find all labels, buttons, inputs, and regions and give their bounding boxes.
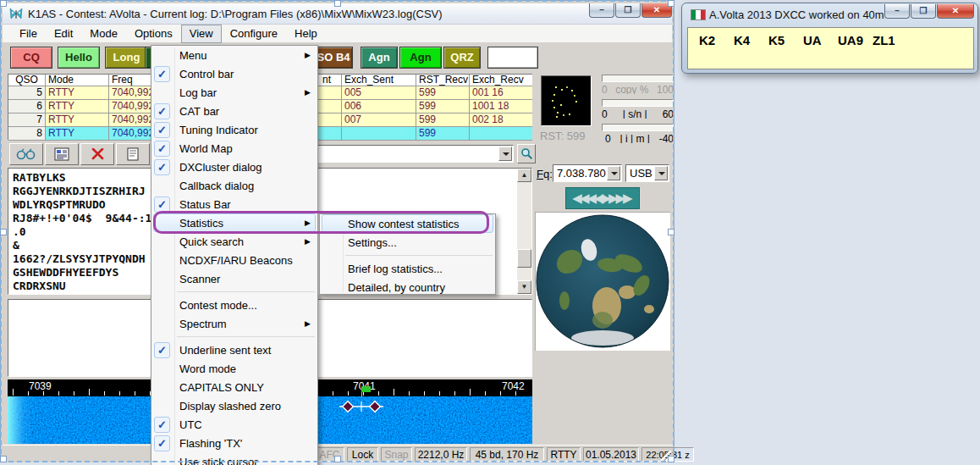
view-menu-item[interactable]: ✓ UTC ▶ bbox=[151, 415, 317, 434]
menu-bar-item[interactable]: File bbox=[11, 25, 46, 43]
scrollbar-thumb[interactable] bbox=[517, 249, 531, 268]
checkmark-icon: ✓ bbox=[154, 141, 170, 157]
view-menu-item[interactable]: ✓ CAT bar ▶ bbox=[151, 102, 317, 120]
freq-label: 7039 bbox=[29, 380, 52, 392]
combo-dropdown-button[interactable] bbox=[498, 147, 512, 161]
log-view-button[interactable] bbox=[45, 143, 79, 165]
highlight-annotation bbox=[153, 211, 489, 234]
view-menu-item[interactable]: ✓ Tuning Indicator ▶ bbox=[151, 120, 317, 139]
view-menu-item[interactable]: ✓ Callback dialog ▶ bbox=[151, 176, 317, 195]
submenu-item[interactable]: ✓ Detailed, by country ▶ bbox=[320, 278, 495, 296]
dxcc-entries-panel: K2K4K5UAUA9ZL1 bbox=[687, 27, 974, 69]
macro-button[interactable] bbox=[487, 47, 538, 69]
status-cell[interactable]: Lock bbox=[347, 447, 378, 462]
rx-scrollbar[interactable]: ▲ ▼ bbox=[517, 169, 531, 294]
dxcc-entry: UA9 bbox=[838, 33, 873, 69]
macro-button[interactable]: Long Nr bbox=[105, 47, 148, 69]
view-menu-item[interactable]: ✓ Control bar ▶ bbox=[151, 64, 317, 83]
view-menu-item[interactable]: ✓ NCDXF/IARU Beacons ▶ bbox=[151, 251, 317, 269]
frequency-combobox[interactable]: 7.038.780 bbox=[553, 164, 622, 182]
close-button[interactable]: ✕ bbox=[937, 4, 974, 19]
macro-button[interactable]: Agn CALL bbox=[399, 47, 442, 69]
submenu-item[interactable]: ✓ Brief log statistics... ▶ bbox=[320, 259, 495, 278]
menu-bar-item[interactable]: Configure bbox=[222, 25, 286, 43]
view-menu-item[interactable]: ✓ Flashing 'TX' ▶ bbox=[151, 434, 317, 452]
status-cell[interactable]: RTTY bbox=[547, 447, 581, 462]
sideband-combobox[interactable]: USB bbox=[625, 164, 669, 182]
view-menu-item[interactable]: ✓ Menu ▶ bbox=[151, 46, 317, 64]
view-menu-item[interactable]: ✓ Log bar ▶ bbox=[151, 83, 317, 102]
status-cell[interactable]: Snap bbox=[381, 447, 412, 462]
close-button[interactable]: ✕ bbox=[641, 3, 672, 18]
window-title: K1AS - Contest: AVolta - Current log: D:… bbox=[28, 3, 443, 25]
checkmark-icon: ✓ bbox=[154, 197, 170, 213]
frequency-step-arrows[interactable]: ◀◀◀◀▶▶▶▶ bbox=[565, 187, 640, 209]
checkmark-icon: ✓ bbox=[154, 342, 170, 358]
view-menu-item[interactable]: ✓ Use stick cursor ▶ bbox=[151, 452, 317, 465]
status-cell[interactable]: 45 bd, 170 Hz bbox=[470, 447, 544, 462]
status-cell[interactable]: AFC bbox=[315, 447, 344, 462]
minimize-button[interactable]: – bbox=[884, 4, 910, 19]
status-cell[interactable]: 01.05.2013 bbox=[583, 447, 639, 462]
search-log-button[interactable] bbox=[9, 143, 43, 165]
view-menu-item[interactable]: ✓ Contest mode... ▶ bbox=[151, 296, 317, 314]
view-menu-item[interactable]: ✓ ▶ bbox=[151, 333, 317, 340]
menu-bar: FileEditModeOptionsViewConfigureHelp bbox=[3, 25, 672, 43]
menu-bar-item[interactable]: View bbox=[181, 25, 222, 43]
submenu-item[interactable]: ✓ Settings... ▶ bbox=[320, 233, 495, 252]
scroll-down-button[interactable]: ▼ bbox=[517, 280, 531, 294]
rtty-tuning-cursor[interactable] bbox=[339, 399, 383, 414]
rst-readout: RST: 599 bbox=[540, 130, 585, 142]
desktop: { "main_window": { "title": "K1AS - Cont… bbox=[0, 0, 980, 465]
macro-button[interactable]: QRZ bbox=[443, 47, 481, 69]
view-menu-item[interactable]: ✓ ▶ bbox=[151, 288, 317, 296]
resize-grip[interactable] bbox=[661, 451, 671, 461]
green-flag-marker[interactable] bbox=[361, 386, 371, 392]
dxcc-entry: K2 bbox=[699, 33, 734, 69]
view-menu-item[interactable]: ✓ Word mode ▶ bbox=[151, 359, 317, 378]
view-menu-item[interactable]: ✓ CAPITALS ONLY ▶ bbox=[151, 378, 317, 396]
status-cell[interactable]: 2212,0 Hz bbox=[415, 447, 467, 462]
submenu-arrow-icon: ▶ bbox=[305, 51, 311, 59]
snr-meter-label: 0| s/n |60 bbox=[602, 108, 674, 119]
rx-decoded-text: RATBYLKS RGGJYENRKDJTISZRHIRJ WDLYRQSPTM… bbox=[13, 171, 151, 293]
combo-dropdown-button[interactable] bbox=[654, 166, 668, 180]
delete-button[interactable] bbox=[80, 143, 114, 165]
freq-label: 7042 bbox=[502, 380, 525, 392]
macro-button[interactable]: CQ bbox=[10, 47, 52, 69]
imd-meter-label: 0| i | m |-40 bbox=[605, 133, 674, 143]
copy-meter-label: 0copy %100 bbox=[602, 84, 674, 94]
macro-button[interactable]: Hello bbox=[58, 47, 100, 69]
page-icon bbox=[127, 147, 139, 161]
title-bar[interactable]: K1AS - Contest: AVolta - Current log: D:… bbox=[3, 3, 672, 25]
submenu-item[interactable]: ✓ ▶ bbox=[320, 252, 495, 259]
combo-dropdown-button[interactable] bbox=[607, 166, 620, 180]
view-menu-item[interactable]: ✓ DXCluster dialog ▶ bbox=[151, 158, 317, 176]
menu-bar-item[interactable]: Mode bbox=[81, 25, 126, 43]
view-menu-item[interactable]: ✓ Scanner ▶ bbox=[151, 269, 317, 288]
dxcc-entry: UA bbox=[803, 33, 838, 69]
globe-image bbox=[536, 213, 669, 350]
macro-button[interactable]: SO B4 bbox=[314, 47, 353, 69]
mixw-main-window: K1AS - Contest: AVolta - Current log: D:… bbox=[0, 0, 674, 462]
save-log-button[interactable] bbox=[116, 143, 150, 165]
magnifier-icon bbox=[520, 147, 533, 160]
binoculars-icon bbox=[16, 148, 36, 160]
view-menu-item[interactable]: ✓ Quick search ▶ bbox=[151, 232, 317, 251]
view-menu-item[interactable]: ✓ Spectrum ▶ bbox=[151, 314, 317, 333]
view-menu-item[interactable]: ✓ World Map ▶ bbox=[151, 139, 317, 158]
menu-bar-item[interactable]: Edit bbox=[46, 25, 81, 43]
scope-signal-dots bbox=[555, 86, 557, 88]
minimize-button[interactable]: – bbox=[589, 3, 614, 18]
maximize-button[interactable]: ❐ bbox=[615, 3, 641, 18]
menu-bar-item[interactable]: Help bbox=[286, 25, 326, 43]
menu-bar-item[interactable]: Options bbox=[126, 25, 181, 43]
submenu-arrow-icon: ▶ bbox=[305, 88, 311, 97]
maximize-button[interactable]: ❐ bbox=[911, 4, 936, 19]
view-menu-item[interactable]: ✓ Underline sent text ▶ bbox=[151, 340, 317, 359]
callsign-search-button[interactable] bbox=[517, 144, 536, 163]
macro-button[interactable]: Agn NR bbox=[361, 47, 398, 69]
view-menu-item[interactable]: ✓ Display slashed zero ▶ bbox=[151, 396, 317, 415]
scroll-up-button[interactable]: ▲ bbox=[517, 169, 531, 182]
checkmark-icon: ✓ bbox=[154, 103, 170, 119]
